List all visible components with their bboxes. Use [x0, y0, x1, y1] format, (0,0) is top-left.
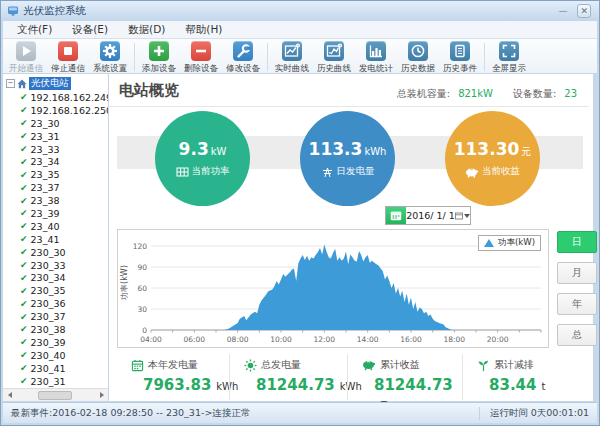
minus-icon	[191, 41, 211, 61]
tree-root-label: 光伏电站	[29, 77, 71, 90]
close-button[interactable]: ✕	[577, 4, 591, 18]
svg-text:90: 90	[137, 263, 147, 272]
tree-device-item[interactable]: ✔230_39	[3, 336, 108, 349]
tree-device-item[interactable]: ✔230_35	[3, 284, 108, 297]
window-title: 光伏监控系统	[23, 4, 86, 18]
tree-device-item[interactable]: ✔230_30	[3, 246, 108, 259]
svg-text:08:00: 08:00	[227, 335, 249, 344]
main-area: − 光伏电站 ✔192.168.162.249✔192.168.162.250✔…	[3, 74, 593, 401]
date-picker[interactable]: 2016/ 1/ 1	[385, 206, 471, 225]
edit-device-button[interactable]: 修改设备	[222, 41, 264, 75]
tree-device-item[interactable]: ✔230_38	[3, 323, 108, 336]
history-data-button[interactable]: 历史数据	[397, 41, 439, 75]
menu-file[interactable]: 文件(F)	[7, 21, 62, 38]
check-icon: ✔	[20, 92, 28, 102]
calendar-button[interactable]	[386, 207, 406, 224]
calendar-icon	[131, 359, 144, 372]
total-income-stat: 累计收益 81244.73元	[347, 354, 462, 400]
device-label: 230_39	[31, 337, 66, 348]
tree-horizontal-scrollbar[interactable]	[3, 388, 108, 401]
current-income-circle: 113.30元 当前收益	[445, 111, 540, 206]
scroll-right-arrow[interactable]	[95, 389, 108, 401]
tree-device-item[interactable]: ✔23_37	[3, 181, 108, 194]
overview-header: 电站概览 总装机容量:821kW 设备数量:23	[109, 74, 589, 107]
tree-device-item[interactable]: ✔230_41	[3, 362, 108, 375]
device-label: 230_37	[31, 311, 66, 322]
menu-data[interactable]: 数据(D)	[118, 21, 175, 38]
tree-expand-icon[interactable]: −	[6, 79, 15, 88]
current-power-value: 9.3	[179, 139, 209, 159]
sprout-icon	[477, 359, 490, 372]
add-device-button[interactable]: 添加设备	[138, 41, 180, 75]
svg-text:04:00: 04:00	[140, 335, 162, 344]
tree-device-item[interactable]: ✔23_30	[3, 117, 108, 130]
stop-comm-button[interactable]: 停止通信	[47, 41, 89, 75]
tree-root-station[interactable]: − 光伏电站	[3, 74, 108, 91]
sun-icon	[244, 359, 257, 372]
check-icon: ✔	[20, 337, 28, 347]
piggy-bank-icon	[465, 166, 479, 178]
tree-device-item[interactable]: ✔192.168.162.250	[3, 104, 108, 117]
emission-reduction-stat: 累计减排 83.44t	[462, 354, 587, 400]
piggy-bank-icon	[362, 359, 376, 371]
scroll-thumb[interactable]	[38, 391, 72, 400]
tree-device-item[interactable]: ✔23_40	[3, 220, 108, 233]
tree-device-item[interactable]: ✔23_41	[3, 233, 108, 246]
svg-text:14:00: 14:00	[357, 335, 379, 344]
tree-device-item[interactable]: ✔230_34	[3, 271, 108, 284]
check-icon: ✔	[20, 312, 28, 322]
tree-device-item[interactable]: ✔230_40	[3, 349, 108, 362]
minimize-button[interactable]: —	[558, 5, 567, 17]
check-icon: ✔	[20, 221, 28, 231]
check-icon: ✔	[20, 183, 28, 193]
tree-device-item[interactable]: ✔23_38	[3, 194, 108, 207]
device-label: 230_36	[31, 298, 66, 309]
check-icon: ✔	[20, 196, 28, 206]
device-label: 23_41	[31, 234, 60, 245]
tree-device-item[interactable]: ✔230_31	[3, 375, 108, 388]
menu-device[interactable]: 设备(E)	[62, 21, 118, 38]
device-label: 230_35	[31, 285, 66, 296]
generation-stats-button[interactable]: 发电统计	[355, 41, 397, 75]
device-count: 设备数量:23	[513, 87, 577, 101]
tree-device-item[interactable]: ✔230_37	[3, 310, 108, 323]
tree-device-item[interactable]: ✔23_35	[3, 168, 108, 181]
history-curve-button[interactable]: 历史曲线	[313, 41, 355, 75]
fullscreen-button[interactable]: 全屏显示	[488, 41, 530, 75]
range-year-button[interactable]: 年	[557, 293, 597, 315]
emission-reduction-value: 83.44	[489, 376, 536, 394]
range-month-button[interactable]: 月	[557, 262, 597, 284]
tree-device-item[interactable]: ✔23_34	[3, 155, 108, 168]
system-settings-button[interactable]: 系统设置	[89, 41, 131, 75]
date-dropdown-icon[interactable]	[455, 212, 470, 220]
device-label: 230_33	[31, 260, 66, 271]
history-events-button[interactable]: 历史事件	[439, 41, 481, 75]
tree-device-item[interactable]: ✔23_33	[3, 143, 108, 156]
menu-help[interactable]: 帮助(H)	[175, 21, 232, 38]
tree-device-item[interactable]: ✔230_33	[3, 259, 108, 272]
device-label: 23_35	[31, 169, 60, 180]
start-comm-button[interactable]: 开始通信	[5, 41, 47, 75]
device-label: 23_39	[31, 208, 60, 219]
check-icon: ✔	[20, 234, 28, 244]
tree-device-item[interactable]: ✔230_36	[3, 297, 108, 310]
realtime-curve-button[interactable]: 实时曲线	[271, 41, 313, 75]
svg-text:10:00: 10:00	[270, 335, 292, 344]
svg-text:06:00: 06:00	[184, 335, 206, 344]
tree-device-item[interactable]: ✔23_39	[3, 207, 108, 220]
expand-icon	[499, 41, 519, 61]
date-value[interactable]: 2016/ 1/ 1	[406, 210, 455, 221]
tree-device-item[interactable]: ✔192.168.162.249	[3, 91, 108, 104]
power-chart-box: 030609012004:0006:0008:0010:0012:0014:00…	[117, 229, 549, 348]
tree-device-item[interactable]: ✔23_31	[3, 130, 108, 143]
delete-device-button[interactable]: 删除设备	[180, 41, 222, 75]
svg-text:16:00: 16:00	[400, 335, 422, 344]
app-icon	[7, 5, 19, 17]
range-total-button[interactable]: 总	[557, 324, 597, 346]
scroll-left-arrow[interactable]	[3, 389, 16, 401]
svg-text:120: 120	[133, 242, 148, 251]
range-day-button[interactable]: 日	[557, 231, 597, 253]
total-generation-stat: 总发电量 81244.73kWh	[229, 354, 347, 400]
device-label: 23_31	[31, 131, 60, 142]
device-label: 230_40	[31, 350, 66, 361]
